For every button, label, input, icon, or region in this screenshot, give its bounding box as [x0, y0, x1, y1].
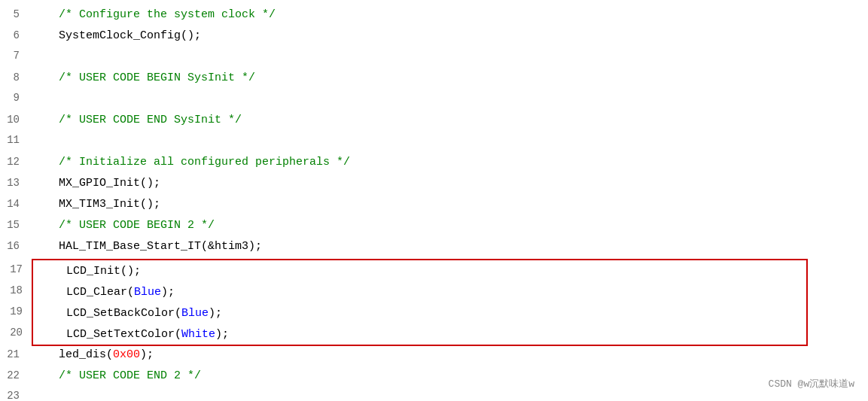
code-line-21: 21 led_dis(0x00);	[0, 346, 868, 367]
line-number: 12	[0, 154, 29, 171]
line-content: /* USER CODE END SysInit */	[29, 111, 868, 129]
highlighted-block: LCD_Init(); LCD_Clear(Blue); LCD_SetBack…	[32, 259, 808, 346]
line-content: /* Configure the system clock */	[29, 6, 868, 23]
watermark: CSDN @w沉默味道w	[769, 377, 854, 390]
line-number: 15	[0, 217, 29, 234]
line-number-17: 17	[0, 259, 32, 280]
line-number: 21	[0, 347, 29, 363]
code-line-13: 13 MX_GPIO_Init();	[0, 175, 868, 196]
line-number: 16	[0, 238, 29, 255]
line-number: 6	[0, 28, 29, 44]
line-content: led_dis(0x00);	[29, 346, 868, 363]
line-content: SystemClock_Config();	[29, 27, 868, 44]
line-number: 8	[0, 70, 29, 87]
line-content: MX_TIM3_Init();	[29, 196, 868, 213]
line-number: 11	[0, 132, 29, 149]
line-content: MX_GPIO_Init();	[29, 175, 868, 192]
code-line-6: 6 SystemClock_Config();	[0, 27, 868, 48]
line-number: 23	[0, 388, 29, 401]
code-line-11: 11	[0, 132, 868, 153]
line-number-19: 19	[0, 301, 32, 322]
highlighted-line-19: LCD_SetBackColor(Blue);	[33, 302, 806, 324]
code-line-14: 14 MX_TIM3_Init();	[0, 196, 868, 217]
line-number: 9	[0, 90, 29, 107]
line-number: 22	[0, 368, 29, 384]
code-line-9: 9	[0, 90, 868, 111]
line-number: 14	[0, 196, 29, 213]
code-container: 5 /* Configure the system clock */ 6 Sys…	[0, 0, 868, 401]
code-line-5: 5 /* Configure the system clock */	[0, 6, 868, 27]
line-content: HAL_TIM_Base_Start_IT(&htim3);	[29, 238, 868, 255]
line-number: 5	[0, 7, 29, 23]
line-content: /* USER CODE BEGIN 2 */	[29, 217, 868, 234]
highlighted-line-17: LCD_Init();	[33, 260, 806, 281]
highlighted-section-wrapper: 17 18 19 20 LCD_Init(); LCD_Clear(Blue);…	[0, 259, 868, 346]
param-blue: Blue	[134, 286, 161, 299]
line-content: /* USER CODE END 2 */	[29, 367, 868, 384]
line-number-20: 20	[0, 322, 32, 343]
line-number: 7	[0, 48, 29, 65]
code-line-23: 23	[0, 388, 868, 401]
line-number-18: 18	[0, 280, 32, 301]
code-line-16: 16 HAL_TIM_Base_Start_IT(&htim3);	[0, 238, 868, 259]
code-line-7: 7	[0, 48, 868, 69]
line-number: 13	[0, 175, 29, 192]
code-line-10: 10 /* USER CODE END SysInit */	[0, 111, 868, 132]
param-blue-2: Blue	[181, 307, 209, 320]
line-content: /* Initialize all configured peripherals…	[29, 153, 868, 171]
param-white: White	[181, 328, 215, 341]
line-number: 10	[0, 112, 29, 129]
code-line-22: 22 /* USER CODE END 2 */	[0, 367, 868, 388]
line-content: /* USER CODE BEGIN SysInit */	[29, 69, 868, 87]
highlighted-line-20: LCD_SetTextColor(White);	[33, 324, 806, 345]
highlighted-line-18: LCD_Clear(Blue);	[33, 281, 806, 302]
code-line-8: 8 /* USER CODE BEGIN SysInit */	[0, 69, 868, 90]
code-line-12: 12 /* Initialize all configured peripher…	[0, 153, 868, 175]
code-line-15: 15 /* USER CODE BEGIN 2 */	[0, 217, 868, 238]
hex-value: 0x00	[113, 348, 140, 361]
